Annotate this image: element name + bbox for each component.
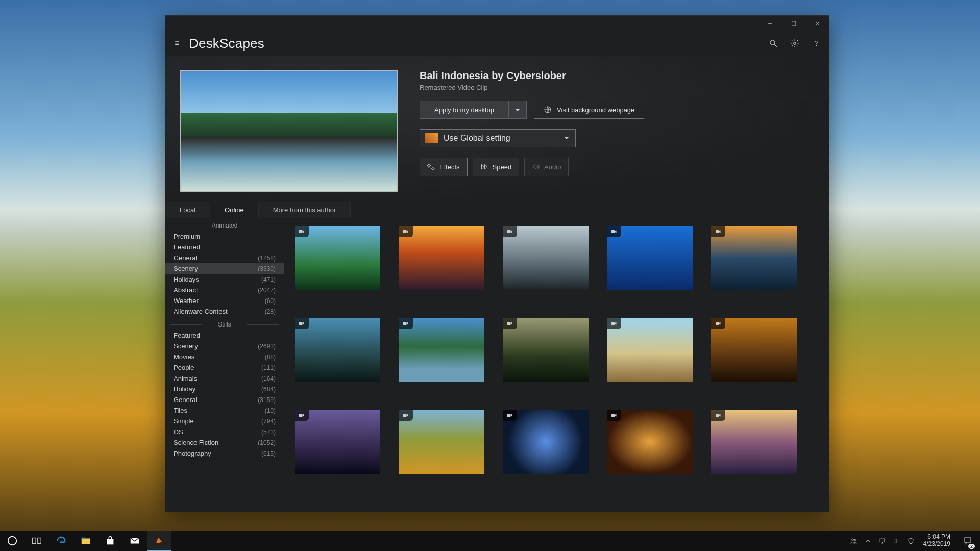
window-titlebar: ─ ☐ ✕ (165, 16, 829, 31)
source-tabs: Local Online More from this author (165, 202, 829, 218)
effects-label: Effects (439, 163, 460, 171)
svg-rect-9 (716, 230, 719, 233)
sidebar-item[interactable]: Simple(794) (165, 416, 284, 427)
sidebar-item[interactable]: OS(573) (165, 427, 284, 437)
sidebar-item[interactable]: Tiles(10) (165, 405, 284, 416)
help-icon[interactable] (807, 35, 825, 52)
svg-rect-29 (880, 539, 885, 542)
sidebar-item-count: (88) (265, 354, 276, 361)
thumbnail[interactable] (295, 318, 380, 382)
svg-point-20 (8, 537, 17, 545)
task-view-button[interactable] (24, 531, 49, 551)
maximize-button[interactable]: ☐ (782, 16, 805, 31)
thumbnail[interactable] (711, 318, 797, 382)
sidebar-item[interactable]: Holidays(471) (165, 274, 284, 285)
thumbnail-grid (295, 226, 819, 474)
global-setting-dropdown[interactable]: Use Global setting (420, 129, 576, 147)
tray-security-icon[interactable] (905, 531, 917, 551)
sidebar-item-label: Premium (174, 233, 200, 240)
thumbnail[interactable] (399, 318, 484, 382)
sidebar-item[interactable]: Scenery(3330) (165, 263, 284, 274)
svg-rect-19 (716, 414, 719, 417)
sidebar-item[interactable]: Premium (165, 231, 284, 242)
taskbar-clock[interactable]: 6:04 PM 4/23/2019 (919, 534, 954, 548)
video-icon (503, 410, 517, 421)
thumbnail[interactable] (503, 410, 589, 474)
sidebar-item[interactable]: Abstract(2047) (165, 285, 284, 295)
video-icon (399, 318, 413, 329)
sidebar-item-count: (60) (265, 297, 276, 305)
sidebar-item[interactable]: Science Fiction(1052) (165, 437, 284, 448)
thumbnail-grid-wrap (284, 218, 829, 512)
global-setting-label: Use Global setting (444, 134, 510, 143)
taskbar-mail[interactable] (122, 531, 147, 551)
app-title: DeskScapes (189, 36, 264, 52)
sidebar-item-label: Abstract (174, 286, 198, 294)
start-button[interactable] (0, 531, 24, 551)
minimize-button[interactable]: ─ (758, 16, 782, 31)
global-thumb-icon (425, 133, 438, 143)
gear-icon[interactable] (786, 35, 803, 52)
taskbar-store[interactable] (98, 531, 122, 551)
sidebar-item-label: Holiday (174, 385, 195, 393)
sidebar-item[interactable]: Weather(60) (165, 295, 284, 306)
svg-line-1 (774, 44, 777, 47)
background-subtitle: Remastered Video Clip (420, 84, 815, 91)
sidebar-item[interactable]: People(111) (165, 362, 284, 373)
thumbnail[interactable] (399, 226, 484, 290)
sidebar-item[interactable]: Animals(164) (165, 373, 284, 384)
sidebar-item[interactable]: Featured (165, 242, 284, 253)
taskbar-edge[interactable] (49, 531, 74, 551)
thumbnail[interactable] (503, 226, 589, 290)
svg-rect-22 (38, 538, 41, 544)
tray-people-icon[interactable] (848, 531, 860, 551)
action-center-button[interactable]: 2 (957, 531, 979, 551)
thumbnail[interactable] (295, 226, 380, 290)
speed-button[interactable]: Speed (473, 158, 520, 176)
tab-online[interactable]: Online (210, 202, 259, 218)
apply-button[interactable]: Apply to my desktop (420, 101, 508, 119)
tab-local[interactable]: Local (165, 202, 210, 218)
svg-rect-18 (611, 414, 615, 417)
thumbnail[interactable] (295, 410, 380, 474)
notification-badge: 2 (968, 544, 975, 549)
taskbar-deskscapes[interactable] (147, 531, 172, 551)
svg-rect-15 (299, 414, 303, 417)
visit-webpage-button[interactable]: Visit background webpage (534, 101, 644, 119)
tray-chevron-icon[interactable] (862, 531, 874, 551)
tab-more-from-author[interactable]: More from this author (259, 202, 351, 218)
thumbnail[interactable] (711, 226, 797, 290)
sidebar-item-label: OS (174, 428, 183, 436)
sidebar-item-count: (1258) (258, 255, 276, 262)
audio-icon (532, 163, 540, 171)
sidebar-item[interactable]: Holiday(684) (165, 384, 284, 394)
clock-date: 4/23/2019 (923, 541, 950, 548)
sidebar-item[interactable]: General(3159) (165, 394, 284, 405)
sidebar-item[interactable]: Photography(615) (165, 448, 284, 459)
menu-icon[interactable]: ≡ (169, 36, 185, 51)
thumbnail[interactable] (607, 410, 693, 474)
svg-point-3 (816, 45, 817, 46)
sidebar-item[interactable]: Movies(88) (165, 352, 284, 362)
thumbnail[interactable] (607, 226, 693, 290)
sidebar-item[interactable]: Featured (165, 330, 284, 341)
search-icon[interactable] (765, 35, 782, 52)
thumbnail[interactable] (399, 410, 484, 474)
video-icon (399, 410, 413, 421)
thumbnail[interactable] (503, 318, 589, 382)
tray-volume-icon[interactable] (891, 531, 903, 551)
sidebar-item-count: (684) (261, 386, 276, 393)
sidebar-item[interactable]: General(1258) (165, 253, 284, 263)
tray-network-icon[interactable] (876, 531, 889, 551)
svg-point-0 (770, 40, 775, 45)
taskbar-explorer[interactable] (74, 531, 98, 551)
sidebar-item[interactable]: Alienware Contest(28) (165, 306, 284, 317)
thumbnail[interactable] (711, 410, 797, 474)
video-icon (295, 226, 309, 237)
sidebar-item[interactable]: Scenery(2693) (165, 341, 284, 352)
apply-dropdown-arrow[interactable] (508, 101, 527, 119)
sidebar-item-count: (1052) (258, 439, 276, 446)
effects-button[interactable]: Effects (420, 158, 468, 176)
thumbnail[interactable] (607, 318, 693, 382)
close-button[interactable]: ✕ (805, 16, 829, 31)
